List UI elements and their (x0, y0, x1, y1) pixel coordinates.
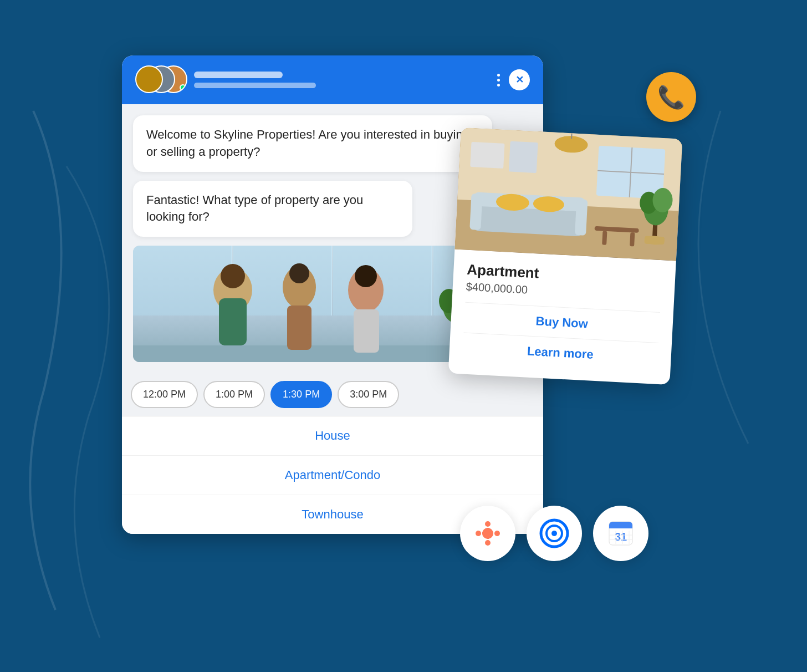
svg-rect-30 (602, 231, 607, 245)
property-type-apartment[interactable]: Apartment/Condo (122, 456, 543, 495)
svg-text:31: 31 (615, 531, 627, 543)
phone-fab-button[interactable]: 📞 (646, 72, 696, 122)
google-calendar-integration-button[interactable]: 31 (593, 506, 648, 561)
svg-point-40 (485, 540, 491, 546)
online-indicator (180, 84, 186, 91)
svg-point-49 (551, 531, 557, 536)
dot-3 (497, 84, 500, 86)
header-subtitle-bar (194, 83, 316, 88)
hubspot-integration-button[interactable] (460, 506, 515, 561)
property-card-image (454, 128, 682, 261)
svg-rect-21 (470, 142, 504, 169)
property-card: Apartment $400,000.00 Buy Now Learn more (448, 128, 683, 385)
phone-icon: 📞 (657, 84, 685, 110)
header-actions: ✕ (497, 69, 530, 90)
chat-message-1: Welcome to Skyline Properties! Are you i… (133, 115, 492, 172)
more-options-button[interactable] (497, 74, 500, 86)
header-text (194, 72, 488, 88)
close-button[interactable]: ✕ (509, 69, 530, 90)
time-slot-3[interactable]: 3:00 PM (338, 381, 399, 408)
time-slot-1[interactable]: 1:00 PM (203, 381, 265, 408)
gcal-icon: 31 (606, 518, 636, 548)
svg-point-42 (494, 531, 500, 536)
property-type-house[interactable]: House (122, 416, 543, 456)
dot-1 (497, 74, 500, 77)
svg-rect-9 (354, 309, 379, 353)
svg-rect-52 (609, 525, 632, 528)
time-slot-2[interactable]: 1:30 PM (270, 381, 332, 408)
svg-rect-37 (644, 236, 665, 245)
svg-point-8 (355, 265, 377, 287)
svg-point-5 (289, 263, 309, 283)
svg-rect-25 (469, 194, 482, 230)
svg-rect-6 (287, 306, 311, 350)
svg-rect-22 (509, 141, 538, 174)
svg-rect-26 (575, 199, 588, 236)
time-slot-0[interactable]: 12:00 PM (131, 381, 198, 408)
integration-icons-container: 31 (460, 506, 648, 561)
svg-point-39 (485, 521, 491, 527)
header-name-bar (194, 72, 283, 78)
time-slots-container: 12:00 PM 1:00 PM 1:30 PM 3:00 PM (122, 373, 543, 416)
svg-rect-3 (219, 298, 247, 345)
dot-2 (497, 79, 500, 82)
avatar-group (135, 65, 185, 94)
svg-point-41 (476, 531, 481, 536)
calendly-integration-button[interactable] (527, 506, 582, 561)
svg-line-17 (571, 133, 572, 139)
hubspot-icon (473, 518, 503, 548)
calendly-icon (539, 518, 569, 548)
svg-point-2 (221, 264, 245, 288)
avatar-1 (135, 65, 163, 93)
chat-message-2: Fantastic! What type of property are you… (133, 181, 412, 237)
chat-header: ✕ (122, 55, 543, 104)
svg-rect-31 (630, 232, 635, 246)
property-card-content: Apartment $400,000.00 Buy Now Learn more (448, 250, 676, 385)
